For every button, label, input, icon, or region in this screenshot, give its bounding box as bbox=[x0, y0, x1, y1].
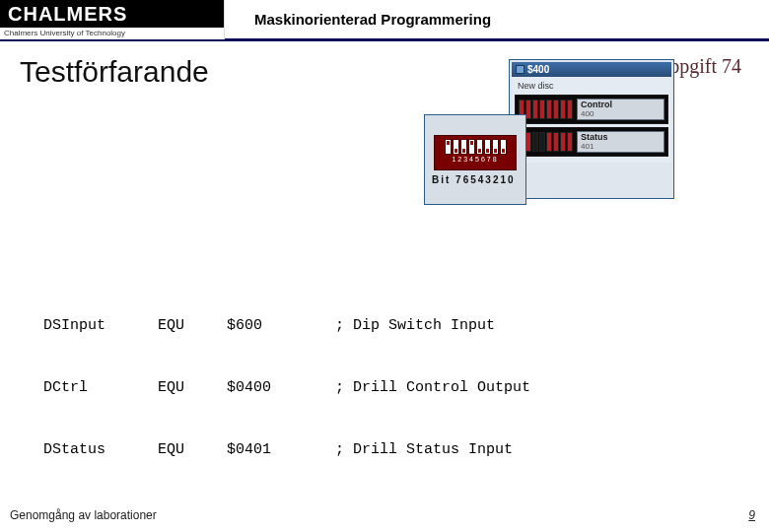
window-icon bbox=[516, 65, 524, 74]
control-row: Control400 bbox=[515, 95, 668, 124]
page-title: Testförfarande bbox=[20, 55, 209, 89]
status-leds bbox=[519, 132, 573, 152]
window-address: $400 bbox=[527, 64, 549, 75]
footer-left: Genomgång av laborationer bbox=[10, 508, 157, 522]
code-line: DSInputEQU$600; Dip Switch Input bbox=[43, 315, 530, 336]
control-label: Control400 bbox=[577, 99, 664, 120]
window-title-bar: $400 bbox=[512, 62, 671, 77]
logo-text: CHALMERS bbox=[0, 0, 224, 28]
chalmers-logo: CHALMERS Chalmers University of Technolo… bbox=[0, 0, 225, 39]
dip-switch-panel: 12345678 Bit 76543210 bbox=[424, 114, 526, 205]
header-bar: CHALMERS Chalmers University of Technolo… bbox=[0, 0, 769, 41]
dip-caption: Bit 76543210 bbox=[428, 174, 516, 185]
page-number: 9 bbox=[748, 508, 755, 522]
window-body: New disc Control400 Status401 bbox=[512, 77, 671, 163]
window-tab: New disc bbox=[515, 80, 668, 92]
code-line: DStatusEQU$0401; Drill Status Input bbox=[43, 439, 530, 460]
course-title: Maskinorienterad Programmering bbox=[254, 11, 491, 28]
dip-numbers: 12345678 bbox=[452, 156, 498, 163]
graphics-cluster: $400 New disc Control400 Status401 bbox=[424, 59, 680, 217]
dip-switch-body: 12345678 bbox=[434, 135, 517, 170]
status-label: Status401 bbox=[577, 131, 664, 153]
code-line: DCtrlEQU$0400; Drill Control Output bbox=[43, 377, 530, 398]
dip-switch-row bbox=[445, 139, 507, 155]
led-window: $400 New disc Control400 Status401 bbox=[509, 59, 674, 199]
control-leds bbox=[519, 100, 573, 119]
code-block: DSInputEQU$600; Dip Switch Input DCtrlEQ… bbox=[43, 274, 530, 532]
logo-subtitle: Chalmers University of Technology bbox=[0, 28, 224, 37]
footer: Genomgång av laborationer 9 bbox=[10, 508, 755, 522]
status-row: Status401 bbox=[515, 127, 668, 157]
